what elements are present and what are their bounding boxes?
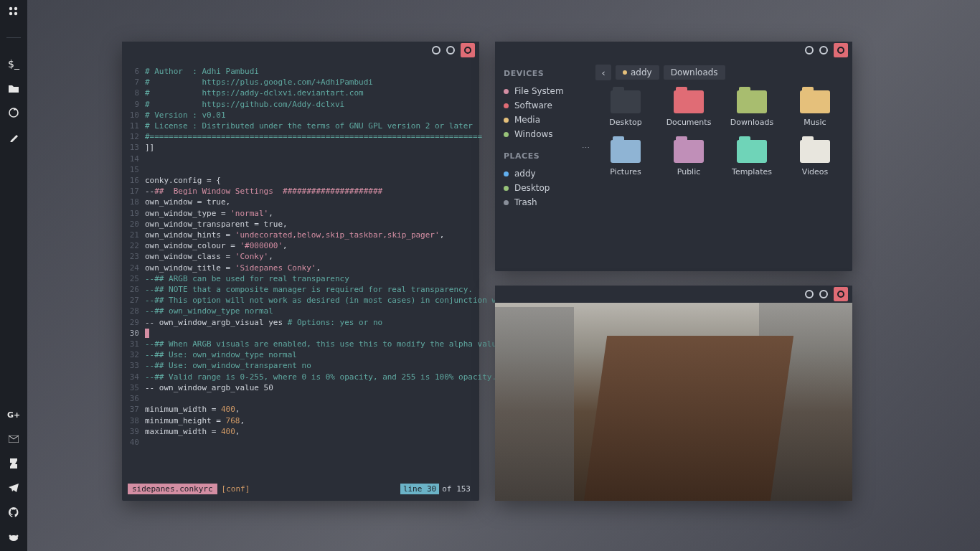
folder-item[interactable]: Music	[785, 90, 845, 127]
folder-item[interactable]: Videos	[785, 140, 845, 176]
sidebar-item[interactable]: File System	[504, 84, 580, 98]
folder-item[interactable]: Templates	[722, 140, 782, 176]
places-heading: PLACES	[504, 151, 580, 161]
svg-point-0	[9, 7, 12, 10]
folder-item[interactable]: Public	[659, 140, 719, 176]
editor-body[interactable]: 6# Author : Adhi Pambudi7# https://plus.…	[122, 59, 479, 452]
code-line[interactable]: 10# Version : v0.01	[128, 110, 469, 121]
code-line[interactable]: 31--## When ARGB visuals are enabled, th…	[128, 339, 469, 349]
deviantart-icon[interactable]	[8, 458, 19, 469]
sidebar-item[interactable]: Windows	[504, 127, 580, 141]
sidebar-item[interactable]: Desktop	[504, 181, 580, 195]
bullet-icon	[504, 103, 509, 108]
folder-icon	[674, 90, 704, 113]
sidebar-toggle-icon[interactable]: ⋮	[581, 143, 590, 152]
code-line[interactable]: 36	[128, 393, 469, 404]
sidebar-item-label: Desktop	[514, 183, 550, 193]
fm-titlebar	[495, 42, 852, 59]
path-segment-home[interactable]: addy	[616, 65, 659, 80]
sidebar-item-label: Software	[514, 100, 552, 110]
googleplus-icon[interactable]: G+	[8, 409, 19, 420]
terminal-icon[interactable]: $_	[8, 58, 19, 70]
maximize-button[interactable]	[819, 290, 828, 298]
iv-titlebar	[495, 286, 852, 303]
github-icon[interactable]	[8, 507, 19, 518]
minimize-button[interactable]	[432, 46, 440, 55]
code-line[interactable]: 11# License : Distributed under the term…	[128, 121, 469, 131]
code-line[interactable]: 37minimum_width = 400,	[128, 404, 469, 415]
folder-item[interactable]: Documents	[659, 90, 719, 127]
reddit-icon[interactable]	[8, 531, 19, 542]
code-line[interactable]: 38minimum_height = 768,	[128, 415, 469, 426]
sidebar-item[interactable]: Trash	[504, 195, 580, 209]
folder-label: Music	[804, 118, 826, 127]
bullet-icon	[504, 118, 509, 123]
code-line[interactable]: 25--## ARGB can be used for real transpa…	[128, 273, 469, 284]
maximize-button[interactable]	[819, 46, 828, 55]
telegram-icon[interactable]	[8, 482, 19, 494]
code-line[interactable]: 32--## Use: own_window_type normal	[128, 349, 469, 360]
code-line[interactable]: 29-- own_window_argb_visual yes # Option…	[128, 317, 469, 328]
sidebar-item-label: File System	[514, 86, 564, 96]
sidebar-item[interactable]: Media	[504, 113, 580, 127]
folder-label: Desktop	[609, 118, 641, 127]
apps-icon[interactable]	[8, 6, 19, 17]
status-line-total: of 153	[442, 484, 471, 494]
code-line[interactable]: 28--## own_window_type normal	[128, 306, 469, 316]
fm-sidebar: DEVICES File SystemSoftwareMediaWindows …	[495, 59, 588, 271]
code-line[interactable]: 14	[128, 154, 469, 164]
code-line[interactable]: 26--## NOTE that a composite manager is …	[128, 284, 469, 295]
pen-icon[interactable]	[8, 131, 19, 143]
gmail-icon[interactable]	[8, 433, 19, 445]
code-line[interactable]: 12#=====================================…	[128, 131, 469, 142]
code-line[interactable]: 30	[128, 328, 469, 339]
code-line[interactable]: 9# https://github.com/Addy-dclxvi	[128, 99, 469, 110]
code-line[interactable]: 15	[128, 164, 469, 175]
code-line[interactable]: 24own_window_title = 'Sidepanes Conky',	[128, 263, 469, 273]
code-line[interactable]: 35-- own_window_argb_value 50	[128, 382, 469, 393]
code-line[interactable]: 21own_window_hints = 'undecorated,below,…	[128, 230, 469, 240]
minimize-button[interactable]	[805, 46, 814, 55]
svg-point-6	[9, 535, 11, 537]
code-line[interactable]: 16conky.config = {	[128, 175, 469, 186]
files-icon[interactable]	[8, 83, 19, 94]
close-button[interactable]	[834, 287, 848, 301]
close-button[interactable]	[461, 43, 475, 57]
code-line[interactable]: 33--## Use: own_window_transparent no	[128, 360, 469, 371]
code-line[interactable]: 8# https://addy-dclxvi.deviantart.com	[128, 88, 469, 98]
minimize-button[interactable]	[805, 290, 814, 298]
code-line[interactable]: 39maximum_width = 400,	[128, 426, 469, 437]
sidebar-item[interactable]: addy	[504, 166, 580, 181]
folder-icon	[611, 140, 641, 163]
code-line[interactable]: 18own_window = true,	[128, 197, 469, 207]
back-button[interactable]: ‹	[595, 65, 611, 80]
code-line[interactable]: 7# https://plus.google.com/+AdhiPambudi	[128, 77, 469, 88]
bullet-icon	[504, 200, 509, 205]
code-line[interactable]: 34--## Valid range is 0-255, where 0 is …	[128, 372, 469, 382]
editor-titlebar	[122, 42, 479, 59]
code-line[interactable]: 13]]	[128, 142, 469, 153]
code-line[interactable]: 17--## Begin Window Settings ###########…	[128, 186, 469, 197]
code-line[interactable]: 6# Author : Adhi Pambudi	[128, 66, 469, 77]
devices-heading: DEVICES	[504, 69, 580, 78]
svg-point-3	[14, 12, 17, 15]
code-line[interactable]: 20own_window_transparent = true,	[128, 219, 469, 230]
image-content	[495, 303, 852, 501]
code-line[interactable]: 40	[128, 437, 469, 448]
folder-item[interactable]: Pictures	[595, 140, 656, 176]
dock-separator	[6, 37, 21, 38]
code-line[interactable]: 19own_window_type = 'normal',	[128, 208, 469, 219]
code-line[interactable]: 23own_window_class = 'Conky',	[128, 251, 469, 262]
path-segment-current[interactable]: Downloads	[664, 65, 725, 80]
folder-item[interactable]: Downloads	[722, 90, 782, 127]
fm-main: ⋮ ‹ addy Downloads DesktopDocumentsDownl…	[588, 59, 852, 271]
folder-icon	[800, 90, 830, 113]
code-line[interactable]: 27--## This option will not work as desi…	[128, 295, 469, 306]
close-button[interactable]	[834, 43, 848, 57]
sidebar-item[interactable]: Software	[504, 98, 580, 113]
code-line[interactable]: 22own_window_colour = '#000000',	[128, 240, 469, 251]
firefox-icon[interactable]	[8, 107, 19, 118]
maximize-button[interactable]	[446, 46, 455, 55]
folder-item[interactable]: Desktop	[595, 90, 656, 127]
sidebar-item-label: Media	[514, 115, 540, 125]
